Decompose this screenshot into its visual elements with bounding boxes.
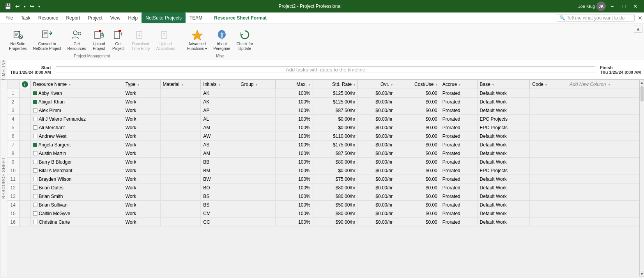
row-group[interactable] bbox=[238, 106, 276, 115]
row-std-rate[interactable]: $75.00/hr bbox=[313, 175, 358, 184]
scroll-down-arrow[interactable]: ▼ bbox=[640, 271, 644, 276]
upload-allocations-button[interactable]: UploadAllocations bbox=[154, 27, 178, 53]
row-std-rate[interactable]: $87.50/hr bbox=[313, 149, 358, 158]
redo-button[interactable]: ↪ bbox=[28, 2, 36, 10]
row-type[interactable]: Work bbox=[123, 123, 160, 132]
row-type[interactable]: Work bbox=[123, 184, 160, 192]
row-ovt-rate[interactable]: $0.00/hr bbox=[358, 98, 395, 106]
row-ovt-rate[interactable]: $0.00/hr bbox=[358, 123, 395, 132]
col-header-material[interactable]: Material ▾ bbox=[160, 80, 201, 89]
scrollbar-track[interactable] bbox=[640, 85, 644, 271]
table-row[interactable]: 4 Ali J Valero Fernandez Work AL 100% $0… bbox=[7, 115, 639, 123]
menu-resource[interactable]: Resource bbox=[34, 12, 62, 23]
row-initials[interactable]: BB bbox=[201, 158, 238, 166]
row-accrue[interactable]: Prorated bbox=[440, 218, 477, 226]
row-max[interactable]: 100% bbox=[276, 98, 313, 106]
row-type[interactable]: Work bbox=[123, 149, 160, 158]
upload-project-button[interactable]: UploadProject bbox=[90, 27, 108, 53]
row-material[interactable] bbox=[160, 89, 201, 98]
close-ribbon-button[interactable]: ✕ bbox=[638, 15, 642, 21]
table-row[interactable]: 3 Alex Pimm Work AP 100% $87.50/hr $0.00… bbox=[7, 106, 639, 115]
row-std-rate[interactable]: $80.00/hr bbox=[313, 192, 358, 201]
row-ovt-rate[interactable]: $0.00/hr bbox=[358, 201, 395, 209]
row-type[interactable]: Work bbox=[123, 201, 160, 209]
row-cost-use[interactable]: $0.00 bbox=[395, 192, 440, 201]
undo-dropdown-button[interactable]: ▾ bbox=[22, 4, 27, 9]
row-base[interactable]: Default Work bbox=[477, 184, 530, 192]
row-initials[interactable]: AP bbox=[201, 106, 238, 115]
row-code[interactable] bbox=[530, 218, 567, 226]
row-resource-name[interactable]: Alex Pimm bbox=[30, 106, 123, 115]
col-header-code[interactable]: Code ▾ bbox=[530, 80, 567, 89]
about-peregrine-button[interactable]: AboutPeregrine bbox=[211, 27, 233, 53]
row-material[interactable] bbox=[160, 132, 201, 141]
table-row[interactable]: 7 Angela Sargent Work AS 100% $175.00/hr… bbox=[7, 141, 639, 149]
row-std-rate[interactable]: $175.00/hr bbox=[313, 141, 358, 149]
row-ovt-rate[interactable]: $0.00/hr bbox=[358, 158, 395, 166]
row-initials[interactable]: AK bbox=[201, 89, 238, 98]
row-material[interactable] bbox=[160, 175, 201, 184]
row-resource-name[interactable]: Abby Kwan bbox=[30, 89, 123, 98]
scrollbar-thumb[interactable] bbox=[640, 86, 644, 102]
row-group[interactable] bbox=[238, 115, 276, 123]
row-material[interactable] bbox=[160, 98, 201, 106]
row-material[interactable] bbox=[160, 218, 201, 226]
row-accrue[interactable]: Prorated bbox=[440, 175, 477, 184]
row-group[interactable] bbox=[238, 132, 276, 141]
row-cost-use[interactable]: $0.00 bbox=[395, 166, 440, 175]
row-group[interactable] bbox=[238, 98, 276, 106]
row-std-rate[interactable]: $125.00/hr bbox=[313, 89, 358, 98]
row-std-rate[interactable]: $0.00/hr bbox=[313, 123, 358, 132]
row-accrue[interactable]: Prorated bbox=[440, 115, 477, 123]
row-accrue[interactable]: Prorated bbox=[440, 209, 477, 218]
get-resources-button[interactable]: GetResources bbox=[65, 27, 89, 53]
row-cost-use[interactable]: $0.00 bbox=[395, 184, 440, 192]
row-base[interactable]: Default Work bbox=[477, 175, 530, 184]
col-header-group[interactable]: Group ▾ bbox=[238, 80, 276, 89]
row-group[interactable] bbox=[238, 218, 276, 226]
row-code[interactable] bbox=[530, 89, 567, 98]
row-code[interactable] bbox=[530, 201, 567, 209]
row-material[interactable] bbox=[160, 166, 201, 175]
row-base[interactable]: EPC Projects bbox=[477, 115, 530, 123]
row-resource-name[interactable]: Christine Carte bbox=[30, 218, 123, 226]
row-initials[interactable]: AL bbox=[201, 115, 238, 123]
row-initials[interactable]: AM bbox=[201, 123, 238, 132]
row-code[interactable] bbox=[530, 115, 567, 123]
row-group[interactable] bbox=[238, 184, 276, 192]
row-material[interactable] bbox=[160, 149, 201, 158]
row-group[interactable] bbox=[238, 123, 276, 132]
col-header-add-new[interactable]: Add New Column ▾ bbox=[567, 80, 639, 89]
user-avatar[interactable]: JK bbox=[596, 2, 606, 11]
row-std-rate[interactable]: $80.00/hr bbox=[313, 209, 358, 218]
row-ovt-rate[interactable]: $0.00/hr bbox=[358, 141, 395, 149]
row-type[interactable]: Work bbox=[123, 115, 160, 123]
row-code[interactable] bbox=[530, 192, 567, 201]
grid-scroll[interactable]: i Resource Name ▾ Type ▾ Material ▾ Init… bbox=[7, 80, 639, 276]
row-cost-use[interactable]: $0.00 bbox=[395, 175, 440, 184]
row-cost-use[interactable]: $0.00 bbox=[395, 123, 440, 132]
row-group[interactable] bbox=[238, 209, 276, 218]
table-row[interactable]: 13 Brian Smith Work BS 100% $80.00/hr $0… bbox=[7, 192, 639, 201]
row-base[interactable]: Default Work bbox=[477, 98, 530, 106]
row-base[interactable]: Default Work bbox=[477, 132, 530, 141]
row-accrue[interactable]: Prorated bbox=[440, 132, 477, 141]
row-material[interactable] bbox=[160, 123, 201, 132]
row-code[interactable] bbox=[530, 149, 567, 158]
row-initials[interactable]: BO bbox=[201, 184, 238, 192]
row-resource-name[interactable]: Andrew West bbox=[30, 132, 123, 141]
menu-report[interactable]: Report bbox=[62, 12, 84, 23]
row-ovt-rate[interactable]: $0.00/hr bbox=[358, 218, 395, 226]
row-base[interactable]: Default Work bbox=[477, 89, 530, 98]
row-group[interactable] bbox=[238, 158, 276, 166]
row-code[interactable] bbox=[530, 209, 567, 218]
restore-button[interactable]: □ bbox=[618, 1, 629, 12]
row-type[interactable]: Work bbox=[123, 158, 160, 166]
row-initials[interactable]: AK bbox=[201, 98, 238, 106]
row-material[interactable] bbox=[160, 106, 201, 115]
row-resource-name[interactable]: Ali J Valero Fernandez bbox=[30, 115, 123, 123]
row-max[interactable]: 100% bbox=[276, 166, 313, 175]
table-row[interactable]: 8 Austin Martin Work AM 100% $87.50/hr $… bbox=[7, 149, 639, 158]
row-base[interactable]: Default Work bbox=[477, 149, 530, 158]
row-cost-use[interactable]: $0.00 bbox=[395, 98, 440, 106]
